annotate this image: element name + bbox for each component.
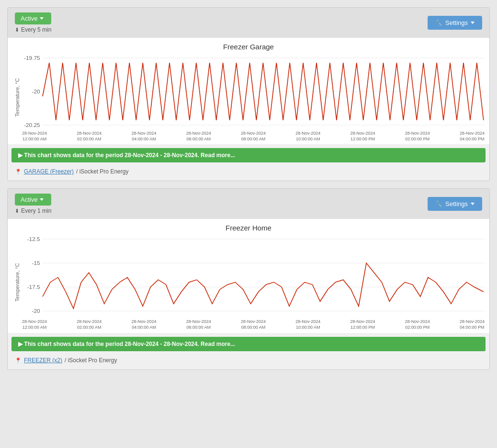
x-label: 28-Nov-202402:00:00 PM [405, 131, 430, 142]
chart-title-2: Freezer Home [12, 224, 485, 232]
svg-text:-19.75: -19.75 [24, 55, 40, 61]
download-icon-2 [15, 207, 19, 214]
x-label: 28-Nov-202404:00:00 PM [460, 131, 485, 142]
device-label-2: FREEZER (x2) / iSocket Pro Energy [8, 353, 489, 369]
panel-freezer-home: Active Every 1 min Settings Freezer Home… [7, 188, 490, 369]
x-label: 28-Nov-202406:00:00 AM [186, 131, 211, 142]
x-label: 28-Nov-202402:00:00 AM [77, 131, 102, 142]
settings-caret-2 [471, 203, 474, 205]
active-label-2: Active [21, 196, 37, 203]
every-label-1: Every 5 min [15, 26, 51, 33]
pin-icon-2 [15, 357, 22, 364]
panel-header-left-2: Active Every 1 min [15, 194, 51, 214]
settings-caret-1 [471, 22, 474, 24]
settings-button-2[interactable]: Settings [428, 197, 482, 211]
x-label: 28-Nov-202410:00:00 AM [295, 131, 320, 142]
active-caret-2 [40, 198, 44, 201]
device-link-1[interactable]: GARAGE (Freezer) [24, 168, 74, 175]
every-label-2: Every 1 min [15, 207, 51, 214]
svg-text:-15: -15 [32, 261, 40, 266]
chart-title-1: Freezer Garage [12, 43, 485, 51]
settings-button-1[interactable]: Settings [428, 16, 482, 30]
x-axis-labels-1: 28-Nov-202412:00:00 AM28-Nov-202402:00:0… [22, 130, 485, 142]
x-label: 28-Nov-202410:00:00 AM [295, 319, 320, 330]
x-label: 28-Nov-202404:00:00 AM [131, 319, 156, 330]
wrench-icon-1 [435, 19, 442, 26]
active-button-2[interactable]: Active [15, 194, 51, 206]
svg-text:-20: -20 [32, 309, 40, 314]
chart-area-2: Temperature, °C -12.5 -15 -17.5 -20 28- [12, 234, 485, 330]
panel-header-2: Active Every 1 min Settings [8, 189, 489, 219]
x-label: 28-Nov-202404:00:00 AM [131, 131, 156, 142]
svg-text:-17.5: -17.5 [27, 285, 40, 290]
device-link-2[interactable]: FREEZER (x2) [24, 357, 62, 364]
wrench-icon-2 [435, 200, 442, 207]
y-axis-label-1: Temperature, °C [12, 53, 22, 142]
panel-header-left-1: Active Every 5 min [15, 12, 51, 33]
active-label-1: Active [21, 15, 37, 22]
chart-svg-1: -19.75 -20 -20.25 [22, 53, 485, 130]
info-bar-1[interactable]: This chart shows data for the period 28-… [11, 148, 486, 162]
x-label: 28-Nov-202402:00:00 PM [405, 319, 430, 330]
active-caret-1 [40, 17, 44, 20]
panel-freezer-garage: Active Every 5 min Settings Freezer Gara… [7, 7, 490, 181]
panel-header-1: Active Every 5 min Settings [8, 8, 489, 38]
x-label: 28-Nov-202412:00:00 AM [22, 131, 47, 142]
chart-inner-1: -19.75 -20 -20.25 28-Nov-202412:00:00 AM… [22, 53, 485, 142]
download-icon-1 [15, 26, 19, 33]
pin-icon-1 [15, 168, 22, 175]
x-label: 28-Nov-202406:00:00 AM [186, 319, 211, 330]
device-label-1: GARAGE (Freezer) / iSocket Pro Energy [8, 164, 489, 181]
svg-text:-20.25: -20.25 [24, 122, 40, 128]
x-label: 28-Nov-202412:00:00 PM [350, 319, 375, 330]
x-axis-labels-2: 28-Nov-202412:00:00 AM28-Nov-202402:00:0… [22, 318, 485, 330]
chart-container-2: Freezer Home Temperature, °C -12.5 -15 -… [8, 219, 489, 333]
x-label: 28-Nov-202408:00:00 AM [241, 131, 266, 142]
svg-text:-12.5: -12.5 [27, 237, 40, 242]
chart-container-1: Freezer Garage Temperature, °C -19.75 -2… [8, 38, 489, 144]
x-label: 28-Nov-202412:00:00 PM [350, 131, 375, 142]
y-axis-label-2: Temperature, °C [12, 234, 22, 330]
x-label: 28-Nov-202412:00:00 AM [22, 319, 47, 330]
x-label: 28-Nov-202408:00:00 AM [241, 319, 266, 330]
chart-svg-2: -12.5 -15 -17.5 -20 [22, 234, 485, 318]
chart-inner-2: -12.5 -15 -17.5 -20 28-Nov-202412:00:00 … [22, 234, 485, 330]
active-button-1[interactable]: Active [15, 12, 51, 24]
info-bar-2[interactable]: This chart shows data for the period 28-… [11, 337, 486, 351]
x-label: 28-Nov-202402:00:00 AM [77, 319, 102, 330]
x-label: 28-Nov-202404:00:00 PM [460, 319, 485, 330]
svg-text:-20: -20 [32, 89, 40, 94]
chart-area-1: Temperature, °C -19.75 -20 -20.25 28-Nov… [12, 53, 485, 142]
